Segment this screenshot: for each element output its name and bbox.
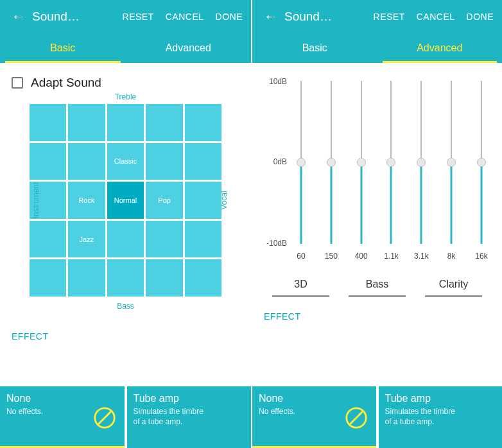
effect-none[interactable]: None No effects.: [252, 386, 376, 448]
axis-bass: Bass: [117, 302, 134, 311]
adapt-sound-checkbox[interactable]: [12, 77, 23, 89]
axis-instrument: Instrument: [31, 182, 40, 219]
grid-cell[interactable]: [68, 259, 105, 297]
effect-tube-amp[interactable]: Tube amp Simulates the timbre of a tube …: [127, 386, 252, 448]
effects-row: None No effects. Tube amp Simulates the …: [0, 386, 251, 448]
preset-pop[interactable]: Pop: [146, 182, 183, 219]
xlabel: 8k: [442, 252, 460, 261]
effect-name: None: [6, 393, 118, 404]
effect-section-label: EFFECT: [10, 331, 241, 341]
grid-cell[interactable]: [185, 221, 222, 258]
xlabel: 400: [352, 252, 370, 261]
eq-x-axis: 60 150 400 1.1k 3.1k 8k 16k: [292, 252, 490, 261]
equalizer: 10dB 0dB -10dB 60 150 400 1.1k 3.1k: [264, 81, 490, 267]
app-header: ← Sound… RESET CANCEL DONE: [0, 0, 251, 33]
mode-sliders: 3D Bass Clarity: [269, 279, 485, 297]
grid-cell[interactable]: [146, 104, 183, 141]
tab-advanced[interactable]: Advanced: [126, 33, 252, 63]
eq-y-axis: 10dB 0dB -10dB: [261, 81, 290, 244]
cancel-button[interactable]: CANCEL: [160, 12, 210, 22]
basic-body: Adapt Sound Treble Bass Instrument Vocal…: [0, 63, 251, 386]
ylabel-neg10db: -10dB: [261, 239, 287, 248]
tab-bar: Basic Advanced: [0, 33, 251, 63]
effect-none[interactable]: None No effects.: [0, 386, 125, 448]
effect-name: Tube amp: [134, 393, 245, 404]
grid-cell[interactable]: [185, 143, 222, 180]
grid-cell[interactable]: [146, 259, 183, 297]
none-icon: [344, 406, 368, 430]
effect-tube-amp[interactable]: Tube amp Simulates the timbre of a tube …: [379, 386, 503, 448]
xlabel: 60: [292, 252, 310, 261]
ylabel-10db: 10dB: [261, 77, 287, 86]
axis-vocal: Vocal: [220, 191, 229, 209]
tab-basic[interactable]: Basic: [0, 33, 126, 63]
mode-slider-track[interactable]: [272, 295, 329, 297]
preset-grid[interactable]: Classic Rock Normal Pop Jazz: [30, 104, 222, 297]
effect-section-label: EFFECT: [263, 311, 492, 322]
eq-slider-60[interactable]: [295, 81, 307, 244]
grid-cell[interactable]: [185, 259, 222, 297]
mode-label: Bass: [345, 279, 409, 290]
page-title: Sound…: [32, 10, 80, 24]
advanced-body: 10dB 0dB -10dB 60 150 400 1.1k 3.1k: [252, 63, 502, 386]
page-title: Sound…: [284, 10, 332, 24]
xlabel: 150: [322, 252, 340, 261]
done-button[interactable]: DONE: [461, 12, 499, 22]
grid-cell[interactable]: [30, 143, 67, 180]
mode-label: Clarity: [422, 279, 485, 290]
mode-slider-track[interactable]: [349, 295, 406, 297]
eq-slider-16k[interactable]: [475, 81, 488, 244]
cancel-button[interactable]: CANCEL: [411, 12, 461, 22]
grid-cell[interactable]: [146, 143, 183, 180]
ylabel-0db: 0dB: [261, 157, 287, 166]
effects-row: None No effects. Tube amp Simulates the …: [252, 386, 502, 448]
mode-3d[interactable]: 3D: [269, 279, 333, 297]
xlabel: 3.1k: [412, 252, 430, 261]
back-arrow-icon[interactable]: ←: [259, 8, 283, 25]
tab-basic[interactable]: Basic: [252, 33, 377, 63]
grid-cell[interactable]: [68, 143, 105, 180]
grid-cell[interactable]: [30, 259, 67, 297]
mode-bass[interactable]: Bass: [345, 279, 409, 297]
effect-name: None: [259, 393, 370, 404]
xlabel: 16k: [472, 252, 490, 261]
xlabel: 1.1k: [382, 252, 400, 261]
eq-slider-8k[interactable]: [445, 81, 458, 244]
grid-cell[interactable]: [107, 259, 144, 297]
preset-rock[interactable]: Rock: [68, 182, 105, 219]
mode-clarity[interactable]: Clarity: [422, 279, 485, 297]
grid-cell[interactable]: [185, 182, 222, 219]
svg-line-3: [349, 411, 363, 425]
screen-basic: ← Sound… RESET CANCEL DONE Basic Advance…: [0, 0, 251, 448]
grid-cell[interactable]: [107, 221, 144, 258]
eq-slider-1p1k[interactable]: [385, 81, 397, 244]
tab-bar: Basic Advanced: [252, 33, 502, 63]
grid-cell[interactable]: [107, 104, 144, 141]
preset-classic[interactable]: Classic: [107, 143, 144, 180]
effect-desc: Simulates the timbre of a tube amp.: [385, 407, 462, 427]
eq-slider-150[interactable]: [325, 81, 338, 244]
tab-advanced[interactable]: Advanced: [377, 33, 503, 63]
eq-sliders: [292, 81, 490, 244]
done-button[interactable]: DONE: [210, 12, 248, 22]
preset-normal[interactable]: Normal: [107, 182, 144, 219]
axis-treble: Treble: [115, 92, 137, 101]
adapt-sound-label: Adapt Sound: [31, 76, 101, 90]
grid-cell[interactable]: [30, 104, 67, 141]
eq-slider-3p1k[interactable]: [415, 81, 428, 244]
grid-cell[interactable]: [146, 221, 183, 258]
app-header: ← Sound… RESET CANCEL DONE: [252, 0, 502, 33]
effect-desc: No effects.: [6, 407, 83, 417]
screen-advanced: ← Sound… RESET CANCEL DONE Basic Advance…: [251, 0, 502, 448]
reset-button[interactable]: RESET: [368, 12, 411, 22]
eq-slider-400[interactable]: [355, 81, 368, 244]
none-icon: [92, 406, 117, 430]
grid-cell[interactable]: [30, 221, 67, 258]
svg-line-1: [98, 411, 111, 425]
mode-slider-track[interactable]: [425, 295, 482, 297]
reset-button[interactable]: RESET: [117, 12, 160, 22]
grid-cell[interactable]: [185, 104, 222, 141]
back-arrow-icon[interactable]: ←: [6, 8, 31, 25]
preset-jazz[interactable]: Jazz: [68, 221, 105, 258]
grid-cell[interactable]: [68, 104, 105, 141]
